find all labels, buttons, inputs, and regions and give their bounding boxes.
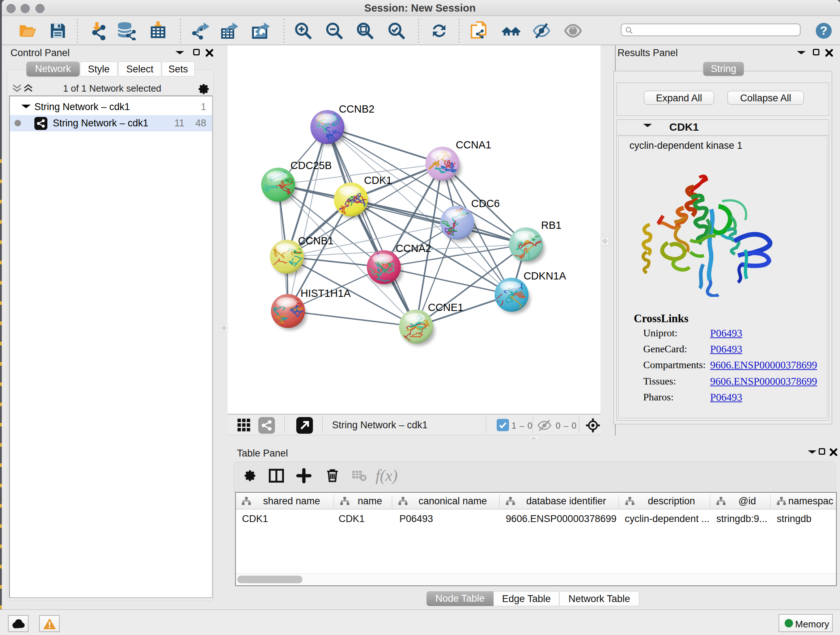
svg-text:RB1: RB1	[541, 219, 561, 231]
svg-text:CCNA1: CCNA1	[456, 139, 491, 150]
svg-text:CCNA2: CCNA2	[396, 242, 431, 254]
svg-text:CDKN1A: CDKN1A	[523, 270, 566, 282]
svg-text:CDC6: CDC6	[471, 198, 500, 209]
svg-text:CCNB2: CCNB2	[339, 103, 374, 115]
svg-text:CDK1: CDK1	[364, 174, 392, 186]
svg-text:HIST1H1A: HIST1H1A	[301, 287, 351, 299]
svg-text:CCNE1: CCNE1	[428, 302, 463, 313]
svg-text:CDC25B: CDC25B	[291, 160, 332, 171]
svg-text:CCNB1: CCNB1	[298, 235, 333, 247]
